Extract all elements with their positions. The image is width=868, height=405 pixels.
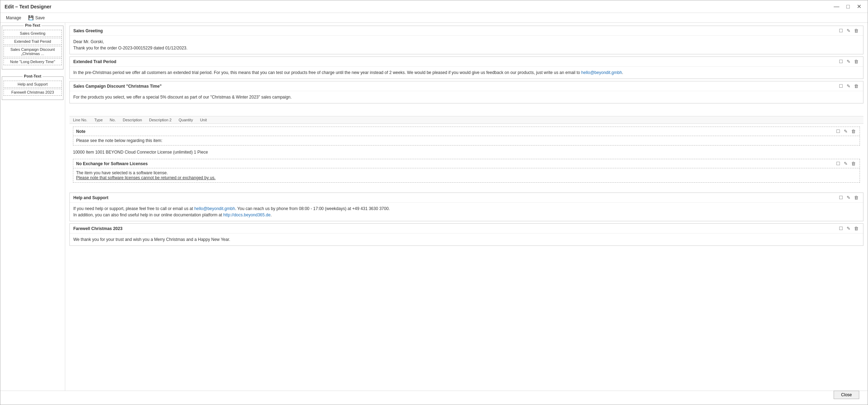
save-label: Save (35, 15, 45, 20)
inner-exchange-line2: Please note that software licenses canno… (76, 175, 857, 180)
col-description2: Description 2 (149, 118, 171, 122)
title-bar: Edit – Text Designer — □ ✕ (0, 0, 868, 13)
sales-greeting-actions: ☐ ✎ 🗑 (838, 28, 860, 34)
item-row-text: 10000 Item 1001 BEYOND Cloud Connector L… (73, 150, 208, 155)
farewell-actions: ☐ ✎ 🗑 (838, 225, 860, 231)
sales-campaign-title: Sales Campaign Discount "Christmas Time" (73, 84, 162, 89)
inner-note-delete-btn[interactable]: 🗑 (850, 128, 857, 134)
sales-greeting-checkbox-btn[interactable]: ☐ (838, 28, 844, 34)
sales-campaign-body: For the products you select, we offer a … (70, 91, 863, 103)
extended-trail-checkbox-btn[interactable]: ☐ (838, 59, 844, 65)
sales-campaign-checkbox-btn[interactable]: ☐ (838, 83, 844, 89)
farewell-body: We thank you for your trust and wish you… (70, 234, 863, 245)
window-footer: Close (0, 391, 868, 405)
pre-text-label: Pre-Text (23, 23, 41, 27)
inner-exchange-header: No Exchange for Software Licenses ☐ ✎ 🗑 (73, 159, 860, 168)
farewell-title: Farewell Christmas 2023 (73, 226, 122, 231)
pre-text-section: Pre-Text Sales Greeting Extended Trail P… (2, 26, 63, 69)
col-unit: Unit (200, 118, 207, 122)
help-support-header: Help and Support ☐ ✎ 🗑 (70, 193, 863, 203)
extended-trail-title: Extended Trail Period (73, 59, 116, 64)
farewell-edit-btn[interactable]: ✎ (846, 225, 852, 231)
farewell-text: We thank you for your trust and wish you… (73, 237, 230, 242)
minimize-button[interactable]: — (832, 2, 841, 11)
inner-note-body: Please see the note below regarding this… (73, 136, 860, 145)
manage-label: Manage (6, 15, 21, 20)
inner-note-checkbox-btn[interactable]: ☐ (835, 128, 841, 134)
col-type: Type (94, 118, 103, 122)
extended-trail-actions: ☐ ✎ 🗑 (838, 59, 860, 65)
manage-button[interactable]: Manage (5, 15, 22, 21)
inner-exchange-checkbox-btn[interactable]: ☐ (835, 161, 841, 167)
inner-exchange-line1: The item you have selected is a software… (76, 170, 857, 175)
inner-note-header: Note ☐ ✎ 🗑 (73, 127, 860, 136)
farewell-delete-btn[interactable]: 🗑 (853, 225, 860, 231)
sidebar-item-note-long-delivery[interactable]: Note "Long Delivery Time" (4, 58, 62, 65)
inner-exchange-title: No Exchange for Software Licenses (76, 161, 148, 166)
extended-trail-body: In the pre-Christmas period we offer all… (70, 67, 863, 79)
sales-greeting-delete-btn[interactable]: 🗑 (853, 28, 860, 34)
sales-greeting-line2: Thank you for the order O-2023-00015229 … (73, 45, 860, 51)
sidebar-item-extended-trail[interactable]: Extended Trail Peroid (4, 38, 62, 45)
sales-campaign-delete-btn[interactable]: 🗑 (853, 83, 860, 89)
inner-note-edit-btn[interactable]: ✎ (843, 128, 849, 134)
sales-greeting-header: Sales Greeting ☐ ✎ 🗑 (70, 26, 863, 36)
farewell-checkbox-btn[interactable]: ☐ (838, 225, 844, 231)
sales-campaign-block: Sales Campaign Discount "Christmas Time"… (69, 81, 863, 103)
sales-greeting-body: Dear Mr. Gorski, Thank you for the order… (70, 36, 863, 54)
close-button[interactable]: Close (834, 391, 859, 399)
window-controls: — □ ✕ (832, 2, 863, 11)
extended-trail-email-link[interactable]: hello@beyondit.gmbh (581, 70, 622, 75)
sidebar-item-help-support[interactable]: Help and Support (4, 81, 62, 88)
help-support-actions: ☐ ✎ 🗑 (838, 195, 860, 201)
sales-greeting-title: Sales Greeting (73, 28, 103, 33)
table-header-row: Line No. Type No. Description Descriptio… (69, 116, 863, 124)
sales-greeting-block: Sales Greeting ☐ ✎ 🗑 Dear Mr. Gorski, Th… (69, 26, 863, 54)
window-title: Edit – Text Designer (5, 4, 52, 9)
sales-campaign-actions: ☐ ✎ 🗑 (838, 83, 860, 89)
inner-exchange-edit-btn[interactable]: ✎ (843, 161, 849, 167)
spacer1 (69, 106, 863, 116)
help-support-edit-btn[interactable]: ✎ (846, 195, 852, 201)
sales-greeting-edit-btn[interactable]: ✎ (846, 28, 852, 34)
farewell-header: Farewell Christmas 2023 ☐ ✎ 🗑 (70, 224, 863, 234)
help-support-line1: If you need help or support, please feel… (73, 205, 860, 212)
col-description: Description (123, 118, 142, 122)
help-support-delete-btn[interactable]: 🗑 (853, 195, 860, 201)
help-support-docs-link[interactable]: http://docs.beyond365.de (223, 212, 271, 217)
content-area: Sales Greeting ☐ ✎ 🗑 Dear Mr. Gorski, Th… (65, 23, 868, 391)
sidebar-item-sales-campaign[interactable]: Sales Campaign Discount „Christmas ... (4, 46, 62, 57)
help-support-body: If you need help or support, please feel… (70, 203, 863, 221)
farewell-block: Farewell Christmas 2023 ☐ ✎ 🗑 We thank y… (69, 223, 863, 246)
sales-campaign-header: Sales Campaign Discount "Christmas Time"… (70, 81, 863, 91)
col-quantity: Quantity (179, 118, 193, 122)
inner-exchange-delete-btn[interactable]: 🗑 (850, 161, 857, 167)
extended-trail-text: In the pre-Christmas period we offer all… (73, 70, 581, 75)
extended-trail-edit-btn[interactable]: ✎ (846, 59, 852, 65)
inner-note-title: Note (76, 129, 86, 134)
close-window-button[interactable]: ✕ (855, 2, 863, 11)
inner-note-block: Note ☐ ✎ 🗑 Please see the note below reg… (73, 127, 860, 146)
col-line-no: Line No. (73, 118, 87, 122)
help-support-title: Help and Support (73, 195, 108, 200)
save-icon: 💾 (28, 15, 34, 20)
save-button[interactable]: 💾 Save (27, 14, 46, 21)
extended-trail-delete-btn[interactable]: 🗑 (853, 59, 860, 65)
inner-note-text: Please see the note below regarding this… (76, 138, 162, 143)
maximize-button[interactable]: □ (844, 2, 852, 11)
sidebar: Pre-Text Sales Greeting Extended Trail P… (0, 23, 65, 391)
post-text-section: Post-Text Help and Support Farewell Chri… (2, 76, 63, 100)
item-row: 10000 Item 1001 BEYOND Cloud Connector L… (69, 148, 863, 156)
toolbar: Manage 💾 Save (0, 13, 868, 23)
sidebar-item-sales-greeting[interactable]: Sales Greeting (4, 30, 62, 37)
sidebar-item-farewell-christmas[interactable]: Farewell Christmas 2023 (4, 89, 62, 96)
main-content: Pre-Text Sales Greeting Extended Trail P… (0, 23, 868, 391)
inner-exchange-actions: ☐ ✎ 🗑 (835, 161, 857, 167)
help-support-line2: In addition, you can also find useful he… (73, 212, 860, 218)
col-no: No. (110, 118, 116, 122)
help-support-email-link[interactable]: hello@beyondit.gmbh (194, 206, 235, 211)
sales-campaign-text: For the products you select, we offer a … (73, 95, 292, 100)
inner-exchange-block: No Exchange for Software Licenses ☐ ✎ 🗑 … (73, 159, 860, 183)
help-support-checkbox-btn[interactable]: ☐ (838, 195, 844, 201)
sales-campaign-edit-btn[interactable]: ✎ (846, 83, 852, 89)
